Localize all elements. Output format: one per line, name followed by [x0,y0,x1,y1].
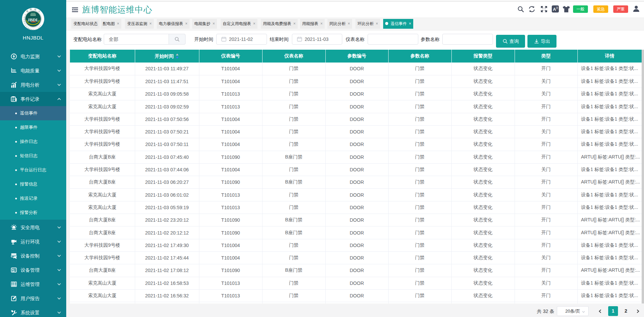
svg-text:文: 文 [556,6,559,9]
svg-text:电: 电 [34,8,36,11]
